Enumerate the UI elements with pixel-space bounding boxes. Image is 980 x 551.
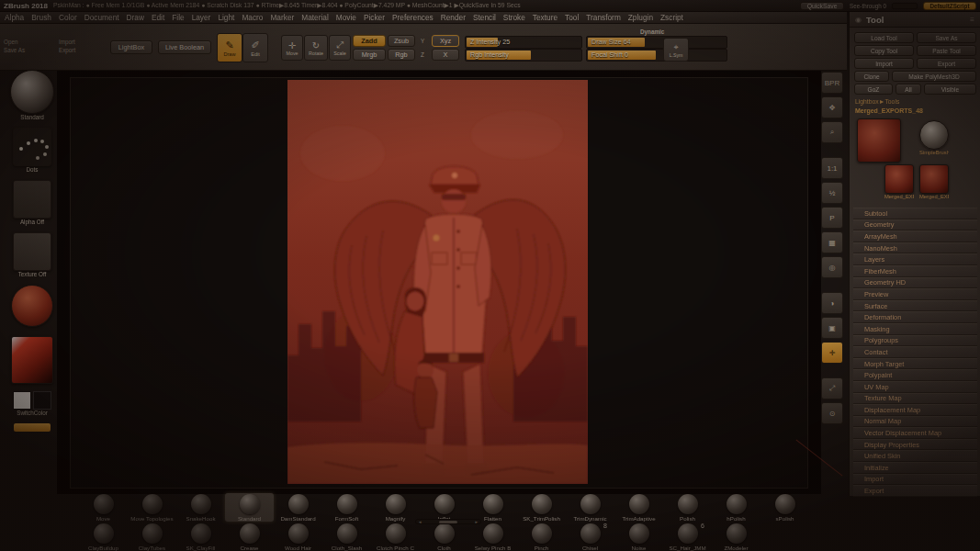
brush-item[interactable]: Cloth bbox=[420, 523, 468, 551]
right-shelf-icon[interactable]: P bbox=[821, 207, 843, 229]
subpalette-header[interactable]: Normal Map bbox=[853, 416, 977, 428]
export-tool-button[interactable]: Export bbox=[917, 58, 976, 69]
goz-button[interactable]: GoZ bbox=[854, 84, 893, 95]
paste-tool-button[interactable]: Paste Tool bbox=[917, 45, 976, 56]
menu-item[interactable]: Movie bbox=[336, 13, 356, 22]
import-tool-button[interactable]: Import bbox=[854, 58, 914, 69]
brush-item[interactable]: FormSoft bbox=[322, 493, 371, 522]
save-as-label[interactable]: Save As bbox=[4, 47, 25, 53]
save-as-tool-button[interactable]: Save As bbox=[917, 32, 976, 43]
subpalette-header[interactable]: Masking bbox=[853, 323, 977, 335]
brush-item[interactable]: Move bbox=[79, 493, 128, 522]
rotate-button[interactable]: ↻ Rotate bbox=[304, 35, 328, 61]
brush-item[interactable]: TrimAdaptive bbox=[614, 493, 663, 522]
focal-shift-slider[interactable]: Focal Shift 0 bbox=[586, 49, 727, 62]
recent-tool-1[interactable]: SimpleBrush bbox=[919, 120, 949, 155]
current-tool-thumbnail[interactable] bbox=[857, 118, 901, 163]
scroll-right-icon[interactable]: ► bbox=[475, 520, 479, 524]
draw-size-slider[interactable]: Draw Size 64 bbox=[586, 36, 727, 49]
zscript-button[interactable]: DefaultZScript bbox=[923, 2, 976, 10]
subpalette-header[interactable]: Contact bbox=[853, 346, 977, 358]
subpalette-header[interactable]: Preview bbox=[853, 288, 977, 300]
make-polymesh3d-button[interactable]: Make PolyMesh3D bbox=[892, 71, 976, 82]
quicksave-button[interactable]: QuickSave bbox=[800, 2, 844, 10]
lightbox-button[interactable]: LightBox bbox=[110, 40, 152, 54]
menu-item[interactable]: Tool bbox=[565, 13, 579, 22]
brush-item[interactable]: TrimDynamic bbox=[566, 493, 614, 522]
brush-item[interactable]: Flatten bbox=[468, 493, 517, 522]
menu-item[interactable]: Marker bbox=[270, 13, 294, 22]
recent-tool-2[interactable]: Merged_EXPOR bbox=[884, 164, 914, 199]
lightbox-tools-link[interactable]: Lightbox►Tools bbox=[855, 98, 899, 105]
accent-swatch[interactable] bbox=[14, 423, 51, 432]
menu-item[interactable]: Color bbox=[59, 13, 77, 22]
menu-item[interactable]: Edit bbox=[152, 13, 164, 22]
lsym-button[interactable]: ⌖ L.Sym bbox=[663, 38, 689, 62]
subpalette-header[interactable]: Displacement Map bbox=[853, 404, 977, 416]
brush-row-scrollbar[interactable]: ◄ ► bbox=[415, 519, 481, 524]
zsub-button[interactable]: Zsub bbox=[388, 35, 415, 47]
right-shelf-icon[interactable]: 1:1 bbox=[821, 157, 843, 179]
brush-item[interactable]: SnakeHook bbox=[176, 493, 225, 522]
subpalette-header[interactable]: Unified Skin bbox=[853, 450, 977, 462]
color-picker[interactable] bbox=[11, 336, 53, 384]
subpalette-header[interactable]: Layers bbox=[853, 253, 977, 265]
recent-tool-3[interactable]: Merged_EXPOR bbox=[919, 164, 949, 199]
subpalette-header[interactable]: Vector Displacement Map bbox=[853, 427, 977, 439]
subpalette-header[interactable]: Polypaint bbox=[853, 369, 977, 381]
see-through-slider[interactable] bbox=[892, 3, 918, 9]
brush-item[interactable]: Polish bbox=[663, 493, 712, 522]
brush-item[interactable]: Magnify bbox=[371, 493, 420, 522]
brush-item[interactable]: Selwy Pinch B bbox=[468, 523, 517, 551]
scrollbar-thumb[interactable] bbox=[439, 521, 457, 523]
xyz-button[interactable]: Xyz bbox=[432, 35, 459, 47]
scale-button[interactable]: ⤢ Scale bbox=[329, 35, 351, 61]
brush-item[interactable]: DamStandard bbox=[274, 493, 322, 522]
subpalette-header[interactable]: NanoMesh bbox=[853, 242, 977, 254]
scroll-left-icon[interactable]: ◄ bbox=[418, 520, 422, 524]
brush-item[interactable]: Standard bbox=[225, 493, 274, 522]
switch-color-swatches[interactable] bbox=[7, 391, 57, 410]
menu-item[interactable]: Zplugin bbox=[628, 13, 653, 22]
alpha-thumbnail[interactable] bbox=[13, 180, 51, 219]
menu-item[interactable]: Transform bbox=[586, 13, 621, 22]
brush-item[interactable]: Chisel 8 bbox=[566, 523, 614, 551]
material-thumbnail[interactable] bbox=[11, 285, 53, 327]
brush-item[interactable]: Pinch bbox=[517, 523, 566, 551]
subpalette-header[interactable]: UV Map bbox=[853, 381, 977, 393]
menu-item[interactable]: Texture bbox=[533, 13, 558, 22]
brush-item[interactable]: Crease bbox=[225, 523, 274, 551]
load-tool-button[interactable]: Load Tool bbox=[854, 32, 914, 43]
right-shelf-icon[interactable]: ⌕ bbox=[821, 121, 843, 143]
subpalette-header[interactable]: Deformation bbox=[853, 311, 977, 323]
brush-item[interactable]: SK_TrimPolish bbox=[517, 493, 566, 522]
rgb-intensity-slider[interactable]: Rgb Intensity bbox=[465, 49, 582, 62]
zadd-button[interactable]: Zadd bbox=[353, 35, 386, 47]
brush-item[interactable]: SK_ClayFill bbox=[176, 523, 225, 551]
goz-visible-button[interactable]: Visible bbox=[924, 84, 976, 95]
right-shelf-icon[interactable]: BPR bbox=[821, 72, 843, 94]
edit-mode-button[interactable]: ✐ Edit bbox=[242, 33, 268, 62]
subpalette-header[interactable]: Texture Map bbox=[853, 393, 977, 405]
subpalette-header[interactable]: ArrayMesh bbox=[853, 231, 977, 242]
subpalette-header[interactable]: Polygroups bbox=[853, 335, 977, 347]
sculpture-artwork[interactable] bbox=[287, 80, 588, 484]
brush-item[interactable]: ZModeler bbox=[712, 523, 760, 551]
move-button[interactable]: ✛ Move bbox=[281, 35, 303, 61]
subpalette-header[interactable]: Geometry bbox=[853, 219, 977, 231]
current-brush-thumbnail[interactable] bbox=[10, 70, 54, 114]
z-intensity-slider[interactable]: Z Intensity 25 bbox=[465, 36, 582, 49]
right-shelf-icon[interactable]: ✥ bbox=[821, 96, 843, 118]
z-axis-label[interactable]: Z bbox=[421, 51, 424, 58]
menu-item[interactable]: Zscript bbox=[660, 13, 683, 22]
menu-item[interactable]: Preferences bbox=[392, 13, 434, 22]
menu-item[interactable]: Light bbox=[218, 13, 234, 22]
brush-item[interactable]: SC_Hair_JMM 6 bbox=[663, 523, 712, 551]
subpalette-header[interactable]: FiberMesh bbox=[853, 265, 977, 277]
menu-item[interactable]: Draw bbox=[127, 13, 144, 22]
mrgb-button[interactable]: Mrgb bbox=[353, 49, 386, 61]
menu-item[interactable]: Macro bbox=[242, 13, 263, 22]
brush-item[interactable]: ClayBuildup bbox=[79, 523, 128, 551]
brush-item[interactable]: Cloth_Slash bbox=[322, 523, 371, 551]
subpalette-header[interactable]: Import bbox=[853, 474, 977, 486]
